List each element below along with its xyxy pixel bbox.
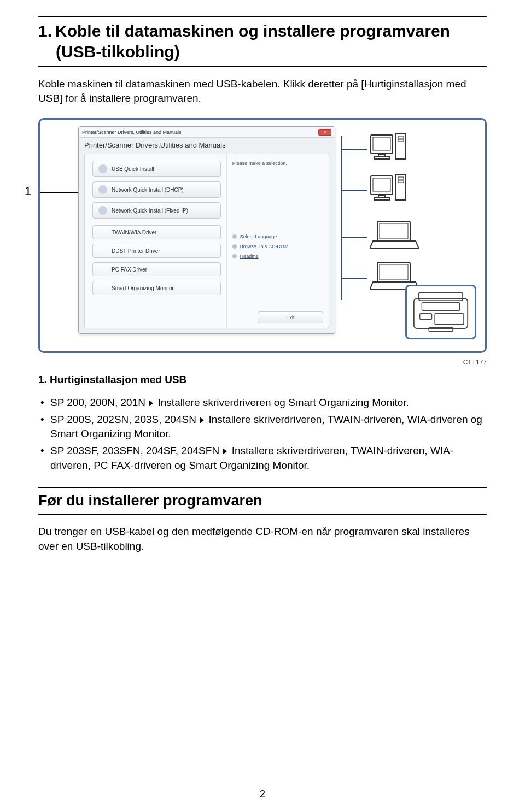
title-line2: (USB-tilkobling) (56, 42, 487, 62)
btn-label: Smart Organizing Monitor (112, 285, 174, 291)
figure-caption: 1. Hurtiginstallasjon med USB (38, 374, 487, 386)
svg-rect-13 (398, 180, 404, 183)
bullet-icon (232, 234, 237, 239)
dialog-titlebar-text: Printer/Scanner Drivers, Utilities and M… (82, 130, 182, 135)
installer-dialog: Printer/Scanner Drivers, Utilities and M… (78, 126, 335, 334)
svg-rect-3 (374, 157, 389, 159)
reference-code: CTT177 (38, 358, 487, 366)
network-fixedip-button[interactable]: Network Quick Install (Fixed IP) (92, 202, 221, 219)
desktop-icon (370, 133, 408, 166)
exit-label: Exit (286, 315, 294, 320)
list-item: SP 200, 200N, 201N Installere skriverdri… (38, 396, 487, 410)
arrow-right-icon (223, 448, 227, 455)
smart-organizing-button[interactable]: Smart Organizing Monitor (92, 281, 221, 295)
link-label: Select Language (240, 234, 277, 239)
model-bullet-list: SP 200, 200N, 201N Installere skriverdri… (38, 396, 487, 473)
btn-label: USB Quick Install (112, 166, 154, 172)
svg-rect-5 (398, 136, 404, 138)
models-text: SP 200, 200N, 201N (50, 397, 145, 408)
btn-label: TWAIN/WIA Driver (112, 230, 156, 236)
title-line1: Koble til datamaskinen og installere pro… (55, 21, 450, 42)
laptop-icon (370, 219, 419, 252)
svg-rect-7 (371, 176, 393, 195)
readme-link[interactable]: Readme (232, 254, 323, 259)
btn-label: PC FAX Driver (112, 267, 147, 273)
btn-label: Network Quick Install (Fixed IP) (112, 208, 188, 214)
svg-rect-21 (420, 314, 432, 320)
intro-paragraph: Koble maskinen til datamaskinen med USB-… (38, 77, 487, 105)
svg-rect-6 (398, 139, 404, 142)
disc-icon (98, 185, 107, 194)
btn-label: Network Quick Install (DHCP) (112, 187, 184, 193)
svg-rect-22 (435, 314, 464, 325)
svg-rect-0 (371, 135, 393, 154)
svg-rect-4 (396, 134, 406, 159)
disc-icon (98, 164, 107, 173)
svg-rect-12 (398, 177, 404, 179)
svg-rect-16 (377, 262, 410, 282)
dialog-info-text: Please make a selection. (232, 161, 323, 166)
title-number: 1. (38, 21, 52, 42)
exit-button[interactable]: Exit (258, 311, 323, 323)
ddst-printer-button[interactable]: DDST Printer Driver (92, 244, 221, 258)
printer-icon (405, 285, 476, 339)
btn-label: DDST Printer Driver (112, 248, 160, 254)
pc-fax-button[interactable]: PC FAX Driver (92, 262, 221, 276)
arrow-right-icon (149, 400, 153, 407)
svg-rect-8 (373, 178, 390, 191)
dialog-header: Printer/Scanner Drivers,Utilities and Ma… (84, 141, 329, 149)
link-label: Readme (240, 254, 259, 259)
section-body: Du trenger en USB-kabel og den medfølgen… (38, 525, 487, 554)
svg-rect-14 (377, 221, 410, 241)
link-label: Browse This CD-ROM (240, 244, 289, 249)
desktop-icon (370, 174, 408, 207)
bullet-icon (232, 244, 237, 249)
svg-rect-1 (373, 137, 390, 150)
select-language-link[interactable]: Select Language (232, 234, 323, 239)
bullet-text: Installere skriverdriveren og Smart Orga… (158, 397, 409, 408)
usb-quick-install-button[interactable]: USB Quick Install (92, 161, 221, 177)
svg-rect-19 (419, 293, 463, 301)
section-heading: Før du installerer programvaren (38, 487, 487, 515)
disc-icon (98, 206, 107, 215)
network-dhcp-button[interactable]: Network Quick Install (DHCP) (92, 181, 221, 198)
leader-number: 1 (25, 184, 31, 198)
models-text: SP 200S, 202SN, 203S, 204SN (50, 414, 196, 425)
list-item: SP 203SF, 203SFN, 204SF, 204SFN Installe… (38, 444, 487, 473)
svg-rect-11 (396, 175, 406, 200)
models-text: SP 203SF, 203SFN, 204SF, 204SFN (50, 445, 219, 456)
browse-cdrom-link[interactable]: Browse This CD-ROM (232, 244, 323, 249)
svg-rect-20 (422, 303, 459, 311)
list-item: SP 200S, 202SN, 203S, 204SN Installere s… (38, 413, 487, 442)
bullet-icon (232, 254, 237, 258)
close-icon[interactable]: × (318, 129, 331, 136)
svg-rect-17 (380, 264, 408, 280)
install-diagram: 1 Printer/Scanner Drivers, Utilities and… (38, 118, 487, 353)
dialog-titlebar: Printer/Scanner Drivers, Utilities and M… (79, 127, 335, 138)
page-number: 2 (0, 789, 525, 800)
twain-wia-button[interactable]: TWAIN/WIA Driver (92, 225, 221, 239)
svg-rect-15 (380, 223, 408, 239)
svg-rect-10 (374, 198, 389, 200)
arrow-right-icon (200, 417, 204, 423)
